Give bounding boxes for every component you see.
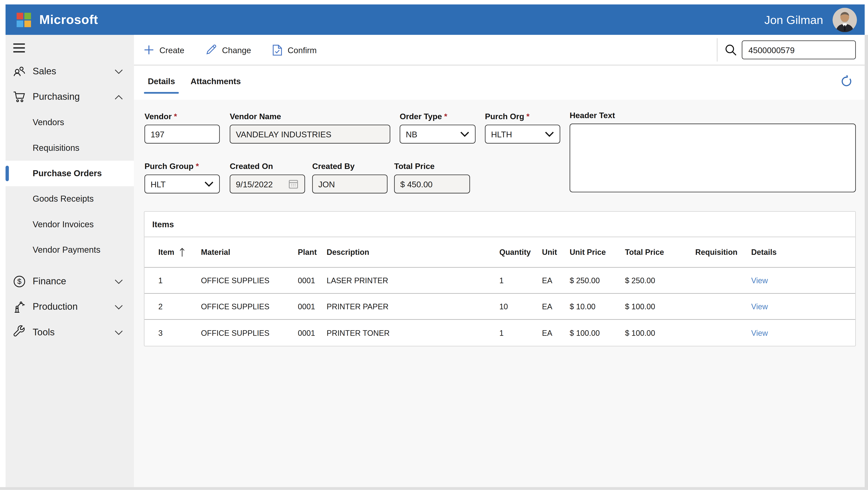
sidebar-item-label: Purchase Orders bbox=[33, 169, 102, 179]
purch-group-label: Purch Group bbox=[145, 162, 193, 171]
vendor-name-input: VANDELAY INDUSTRIES bbox=[230, 125, 390, 144]
column-header-unit-price[interactable]: Unit Price bbox=[570, 248, 625, 257]
cell-material: OFFICE SUPPLIES bbox=[201, 276, 298, 285]
microsoft-logo-icon[interactable] bbox=[17, 12, 31, 27]
purch-org-dropdown[interactable]: HLTH bbox=[485, 125, 560, 144]
user-name[interactable]: Jon Gilman bbox=[764, 13, 823, 26]
column-header-plant[interactable]: Plant bbox=[298, 248, 327, 257]
cell-unit-price: $ 100.00 bbox=[570, 328, 625, 337]
cell-material: OFFICE SUPPLIES bbox=[201, 302, 298, 311]
vendor-input[interactable] bbox=[145, 125, 220, 144]
column-header-unit[interactable]: Unit bbox=[542, 248, 570, 257]
logo-tile-green bbox=[24, 12, 31, 19]
tab-attachments[interactable]: Attachments bbox=[187, 74, 245, 93]
sidebar-nav: Sales Purchasing bbox=[5, 59, 134, 345]
items-card: Items Item Material Plant Description Qu… bbox=[144, 211, 856, 346]
purch-group-dropdown[interactable]: HLT bbox=[145, 174, 220, 193]
cell-plant: 0001 bbox=[298, 276, 327, 285]
order-type-dropdown[interactable]: NB bbox=[400, 125, 475, 144]
sidebar-item-vendor-invoices[interactable]: Vendor Invoices bbox=[5, 212, 134, 237]
chevron-down-icon bbox=[204, 181, 214, 187]
chevron-down-icon bbox=[115, 305, 123, 310]
details-panel: Vendor* Vendor Name VANDELAY INDUSTRIES … bbox=[134, 100, 865, 487]
search-icon[interactable] bbox=[724, 44, 737, 56]
create-button-label: Create bbox=[159, 45, 184, 55]
cell-plant: 0001 bbox=[298, 302, 327, 311]
chevron-up-icon bbox=[115, 94, 123, 99]
sidebar-item-tools[interactable]: Tools bbox=[5, 320, 134, 345]
sidebar-item-goods-receipts[interactable]: Goods Receipts bbox=[5, 186, 134, 212]
app-window: Microsoft Jon Gilman bbox=[0, 0, 868, 490]
cell-unit: EA bbox=[542, 328, 570, 337]
vendor-name-field: Vendor Name VANDELAY INDUSTRIES bbox=[230, 112, 390, 144]
column-header-material[interactable]: Material bbox=[201, 248, 298, 257]
create-button[interactable]: Create bbox=[144, 45, 184, 55]
main-content: Create Change bbox=[134, 35, 865, 487]
change-button[interactable]: Change bbox=[206, 45, 251, 56]
table-row[interactable]: 1 OFFICE SUPPLIES 0001 LASER PRINTER 1 E… bbox=[145, 268, 855, 294]
confirm-button[interactable]: Confirm bbox=[272, 44, 317, 56]
window-edge-bottom bbox=[0, 487, 868, 490]
avatar[interactable] bbox=[833, 7, 857, 32]
sidebar-item-label: Goods Receipts bbox=[33, 194, 94, 204]
sidebar-item-label: Requisitions bbox=[33, 143, 80, 153]
document-check-icon bbox=[272, 44, 282, 56]
chevron-down-icon bbox=[115, 330, 123, 335]
cell-total-price: $ 250.00 bbox=[625, 276, 695, 285]
cell-total-price: $ 100.00 bbox=[625, 328, 695, 337]
column-header-item[interactable]: Item bbox=[158, 247, 201, 257]
column-header-quantity[interactable]: Quantity bbox=[499, 248, 542, 257]
items-title: Items bbox=[145, 212, 855, 237]
column-header-requisition[interactable]: Requisition bbox=[695, 248, 751, 257]
sidebar-item-purchasing[interactable]: Purchasing bbox=[5, 84, 134, 110]
confirm-button-label: Confirm bbox=[288, 45, 317, 55]
sidebar-item-vendor-payments[interactable]: Vendor Payments bbox=[5, 237, 134, 262]
created-by-label: Created By bbox=[312, 162, 388, 171]
table-row[interactable]: 3 OFFICE SUPPLIES 0001 PRINTER TONER 1 E… bbox=[145, 320, 855, 346]
dollar-circle-icon: $ bbox=[12, 274, 27, 289]
sidebar-item-label: Finance bbox=[33, 276, 66, 287]
sidebar-item-label: Vendor Payments bbox=[33, 245, 100, 255]
order-type-label: Order Type bbox=[400, 112, 442, 121]
sidebar-item-sales[interactable]: Sales bbox=[5, 59, 134, 84]
refresh-icon[interactable] bbox=[840, 75, 852, 88]
sort-ascending-icon bbox=[179, 247, 185, 257]
view-details-link[interactable]: View bbox=[751, 328, 768, 337]
cell-unit: EA bbox=[542, 302, 570, 311]
sidebar-item-vendors[interactable]: Vendors bbox=[5, 110, 134, 135]
chevron-down-icon bbox=[460, 132, 469, 137]
hamburger-menu-icon[interactable] bbox=[13, 43, 25, 53]
sidebar-item-requisitions[interactable]: Requisitions bbox=[5, 135, 134, 161]
view-details-link[interactable]: View bbox=[751, 276, 768, 285]
sidebar-item-label: Sales bbox=[33, 66, 56, 77]
chevron-down-icon bbox=[545, 132, 554, 137]
header-text-input[interactable] bbox=[570, 124, 856, 193]
tab-attachments-label: Attachments bbox=[190, 77, 241, 86]
items-table-header: Item Material Plant Description Quantity… bbox=[145, 237, 855, 268]
brand-title: Microsoft bbox=[39, 12, 98, 27]
column-header-description[interactable]: Description bbox=[327, 248, 499, 257]
cell-item: 1 bbox=[158, 276, 201, 285]
search-input[interactable] bbox=[742, 40, 856, 59]
column-header-details[interactable]: Details bbox=[751, 248, 856, 257]
cell-item: 2 bbox=[158, 302, 201, 311]
sidebar-item-purchase-orders[interactable]: Purchase Orders bbox=[5, 161, 134, 186]
sidebar-item-production[interactable]: Production bbox=[5, 294, 134, 320]
created-by-field: Created By JON bbox=[312, 162, 388, 194]
column-header-total-price[interactable]: Total Price bbox=[625, 248, 695, 257]
table-row[interactable]: 2 OFFICE SUPPLIES 0001 PRINTER PAPER 10 … bbox=[145, 294, 855, 320]
sidebar-item-label: Tools bbox=[33, 327, 55, 338]
selected-indicator bbox=[5, 166, 9, 181]
vendor-label: Vendor bbox=[145, 112, 172, 121]
top-app-bar: Microsoft Jon Gilman bbox=[5, 4, 865, 35]
sidebar-item-finance[interactable]: $ Finance bbox=[5, 269, 134, 294]
toolbar-divider bbox=[717, 38, 718, 61]
purch-group-field: Purch Group* HLT bbox=[145, 162, 220, 194]
total-price-label: Total Price bbox=[394, 162, 470, 171]
purch-org-label: Purch Org bbox=[485, 112, 524, 121]
tab-details[interactable]: Details bbox=[144, 74, 179, 93]
chevron-down-icon bbox=[115, 69, 123, 74]
cell-material: OFFICE SUPPLIES bbox=[201, 328, 298, 337]
cell-plant: 0001 bbox=[298, 328, 327, 337]
view-details-link[interactable]: View bbox=[751, 302, 768, 311]
